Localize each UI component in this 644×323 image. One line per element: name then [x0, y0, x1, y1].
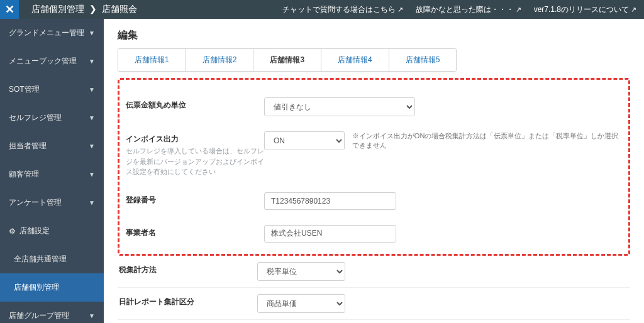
- label-daily: 日計レポート集計区分: [119, 294, 257, 307]
- select-taxagg[interactable]: 税率単位: [257, 262, 345, 281]
- chat-link[interactable]: チャットで質問する場合はこちら↗: [282, 4, 403, 15]
- sidebar-item-customer[interactable]: 顧客管理 ▼: [0, 160, 104, 189]
- tab-store-info-2[interactable]: 店舗情報2: [186, 49, 254, 71]
- chevron-down-icon: ▼: [89, 312, 95, 319]
- input-bizname[interactable]: [264, 225, 396, 243]
- tab-store-info-4[interactable]: 店舗情報4: [321, 49, 389, 71]
- sidebar: グランドメニュー管理 ▼ メニューブック管理 ▼ SOT管理 ▼ セルフレジ管理…: [0, 19, 104, 323]
- chevron-down-icon: ▼: [89, 30, 95, 36]
- sidebar-item-label: 店舗設定: [19, 226, 50, 236]
- app-header: ✕ 店舗個別管理 ❯ 店舗照会 チャットで質問する場合はこちら↗ 故障かなと思っ…: [0, 0, 644, 19]
- highlight-box: 伝票金額丸め単位 値引きなし インボイス出力 セルフレジを導入している場合は、セ…: [118, 78, 630, 256]
- sidebar-item-label: SOT管理: [9, 84, 40, 95]
- sidebar-item-survey[interactable]: アンケート管理 ▼: [0, 189, 104, 217]
- sidebar-item-label: 全店舗共通管理: [14, 254, 67, 265]
- breadcrumb: 店舗個別管理 ❯ 店舗照会: [19, 4, 282, 15]
- tab-store-info-3[interactable]: 店舗情報3: [253, 49, 321, 71]
- sidebar-item-grand-menu[interactable]: グランドメニュー管理 ▼: [0, 19, 104, 47]
- row-daily: 日計レポート集計区分 商品単価: [118, 288, 630, 320]
- select-invoice[interactable]: ON: [264, 131, 345, 150]
- row-taxagg: 税集計方法 税率単位: [118, 256, 630, 288]
- select-rounding[interactable]: 値引きなし: [264, 97, 415, 116]
- row-discount: 伝票値引区分 税込: [118, 320, 630, 324]
- sidebar-item-label: セルフレジ管理: [9, 112, 62, 123]
- row-bizname: 事業者名: [125, 217, 623, 250]
- sidebar-item-store-individual[interactable]: 店舗個別管理: [0, 273, 104, 302]
- sidebar-item-label: 店舗グループ管理: [9, 310, 69, 321]
- chevron-down-icon: ▼: [89, 171, 95, 178]
- chevron-down-icon: ▼: [89, 114, 95, 121]
- tab-bar: 店舗情報1 店舗情報2 店舗情報3 店舗情報4 店舗情報5: [118, 48, 457, 72]
- sidebar-item-label: メニューブック管理: [9, 56, 77, 67]
- external-icon: ↗: [397, 6, 403, 13]
- breadcrumb-parent: 店舗個別管理: [31, 4, 84, 14]
- sidebar-item-store-group[interactable]: 店舗グループ管理 ▼: [0, 302, 104, 323]
- main-content: 編集 店舗情報1 店舗情報2 店舗情報3 店舗情報4 店舗情報5 伝票金額丸め単…: [104, 19, 644, 323]
- sidebar-item-store-settings[interactable]: 店舗設定: [0, 217, 104, 245]
- sidebar-item-all-stores[interactable]: 全店舗共通管理: [0, 245, 104, 273]
- page-title: 編集: [104, 19, 644, 48]
- label-invoice-sub: セルフレジを導入している場合は、セルフレジを最新にバージョンアップおよびインボイ…: [126, 146, 264, 177]
- note-invoice: ※インボイス出力がONの場合税集計方法は「伝票単位」または「税率単位」しか選択で…: [352, 131, 622, 150]
- sidebar-item-sot[interactable]: SOT管理 ▼: [0, 75, 104, 104]
- row-invoice: インボイス出力 セルフレジを導入している場合は、セルフレジを最新にバージョンアッ…: [125, 124, 623, 185]
- row-regnum: 登録番号: [125, 185, 623, 217]
- sidebar-item-label: 顧客管理: [9, 169, 39, 180]
- tab-store-info-5[interactable]: 店舗情報5: [389, 49, 457, 71]
- release-link[interactable]: ver7.1.8のリリースについて↗: [534, 4, 636, 15]
- sidebar-item-selfreg[interactable]: セルフレジ管理 ▼: [0, 104, 104, 132]
- label-taxagg: 税集計方法: [119, 262, 257, 275]
- sidebar-item-label: 担当者管理: [9, 141, 47, 151]
- chevron-down-icon: ▼: [89, 143, 95, 150]
- close-button[interactable]: ✕: [0, 0, 19, 19]
- chevron-down-icon: ▼: [89, 86, 95, 93]
- breadcrumb-sep: ❯: [89, 4, 97, 14]
- external-icon: ↗: [516, 6, 521, 13]
- chevron-down-icon: ▼: [89, 199, 95, 206]
- fault-link[interactable]: 故障かなと思った際は・・・↗: [416, 4, 521, 15]
- external-icon: ↗: [631, 6, 636, 13]
- sidebar-item-label: グランドメニュー管理: [9, 28, 84, 38]
- header-links: チャットで質問する場合はこちら↗ 故障かなと思った際は・・・↗ ver7.1.8…: [282, 4, 644, 15]
- select-daily[interactable]: 商品単価: [257, 294, 345, 313]
- row-rounding: 伝票金額丸め単位 値引きなし: [125, 90, 623, 124]
- label-bizname: 事業者名: [126, 225, 264, 238]
- label-regnum: 登録番号: [126, 192, 264, 205]
- sidebar-item-staff[interactable]: 担当者管理 ▼: [0, 132, 104, 160]
- label-rounding: 伝票金額丸め単位: [126, 97, 264, 111]
- chevron-down-icon: ▼: [89, 58, 95, 65]
- breadcrumb-current: 店舗照会: [102, 4, 137, 14]
- sidebar-item-menu-book[interactable]: メニューブック管理 ▼: [0, 47, 104, 75]
- label-invoice: インボイス出力 セルフレジを導入している場合は、セルフレジを最新にバージョンアッ…: [126, 131, 264, 177]
- close-icon: ✕: [5, 3, 14, 16]
- sidebar-item-label: アンケート管理: [9, 197, 62, 208]
- tab-store-info-1[interactable]: 店舗情報1: [118, 49, 186, 71]
- sidebar-item-label: 店舗個別管理: [14, 282, 59, 293]
- input-regnum[interactable]: [264, 192, 396, 210]
